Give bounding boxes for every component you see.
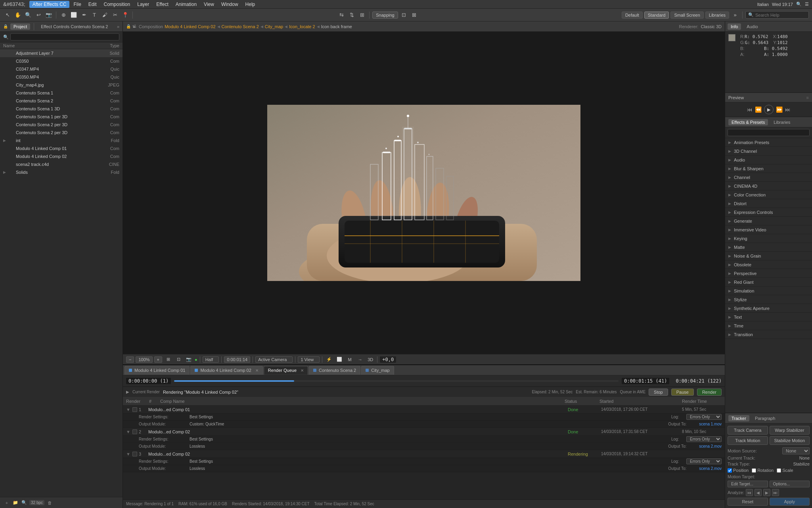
tool-hand[interactable]: ✋ bbox=[13, 11, 22, 19]
menu-item-effect[interactable]: Effect bbox=[153, 1, 171, 8]
vc-grid-icon[interactable]: ⊞ bbox=[164, 355, 172, 364]
rq-expand-1[interactable]: ▼ bbox=[126, 407, 131, 412]
workspace-more[interactable]: » bbox=[731, 11, 739, 19]
list-item[interactable]: City_map4.jpg JPEG bbox=[0, 81, 123, 89]
cr-queue-ame[interactable]: Queue in AME bbox=[620, 390, 645, 394]
tool-paint[interactable]: 🖌 bbox=[100, 11, 109, 19]
effect-red-giant[interactable]: ▶ Red Giant bbox=[725, 278, 812, 287]
rq-item-1[interactable]: ▼ 1 Modulo...ed Comp 01 Done 14/03/2018,… bbox=[123, 406, 725, 414]
rq-checkbox-3[interactable] bbox=[132, 452, 137, 456]
vc-mask[interactable]: M bbox=[345, 355, 354, 364]
list-item[interactable]: ▶ Solids Fold bbox=[0, 168, 123, 176]
footer-new-btn[interactable]: + bbox=[3, 499, 10, 506]
list-item[interactable]: Modulo 4 Linked Comp 01 Com bbox=[0, 144, 123, 152]
stabilize-motion-button[interactable]: Stabilize Motion bbox=[770, 436, 810, 445]
effect-noise-grain[interactable]: ▶ Noise & Grain bbox=[725, 252, 812, 260]
tab-render-queue[interactable]: Render Queue ✕ bbox=[264, 366, 308, 375]
effect-controls-tab[interactable]: Effect Controls Contenuto Scena 2 bbox=[38, 23, 111, 30]
rq-expand-3[interactable]: ▼ bbox=[126, 452, 131, 456]
rq-log-3[interactable]: Errors Only bbox=[686, 458, 722, 464]
tab-close-rq[interactable]: ✕ bbox=[301, 368, 304, 373]
effect-immersive[interactable]: ▶ Immersive Video bbox=[725, 225, 812, 234]
menu-item-edit[interactable]: Edit bbox=[85, 1, 100, 8]
rq-settings-value-3[interactable]: Best Settings bbox=[190, 459, 668, 464]
track-camera-button[interactable]: Track Camera bbox=[728, 426, 768, 435]
tool-align-v[interactable]: ⇅ bbox=[347, 11, 356, 19]
breadcrumb-comp[interactable]: Modulo 4 Linked Comp 02 bbox=[165, 24, 215, 29]
project-tab[interactable]: Project bbox=[10, 23, 30, 30]
effects-search-input[interactable] bbox=[728, 129, 810, 136]
analyze-next-btn[interactable]: ▶ bbox=[763, 489, 770, 496]
rotation-check[interactable]: Rotation bbox=[752, 468, 774, 473]
rq-output-module-3[interactable]: Lossless bbox=[190, 466, 665, 471]
tool-camera[interactable]: 📷 bbox=[44, 11, 53, 19]
vc-camera-icon[interactable]: 📷 bbox=[184, 355, 193, 364]
tool-rotate[interactable]: ↩ bbox=[34, 11, 43, 19]
effect-transition[interactable]: ▶ Transition bbox=[725, 330, 812, 339]
info-tab-info[interactable]: Info bbox=[728, 23, 741, 30]
rq-settings-value-1[interactable]: Best Settings bbox=[190, 415, 668, 419]
list-item[interactable]: scena2 track.c4d CINE bbox=[0, 160, 123, 168]
effect-time[interactable]: ▶ Time bbox=[725, 321, 812, 330]
motion-source-dropdown[interactable]: None bbox=[782, 447, 810, 454]
effects-tab-libraries[interactable]: Libraries bbox=[770, 119, 793, 125]
menu-item-file[interactable]: File bbox=[70, 1, 84, 8]
list-item[interactable]: ▶ int Fold bbox=[0, 137, 123, 144]
breadcrumb-scena[interactable]: Contenuto Scena 2 bbox=[222, 24, 259, 29]
rq-output-to-2[interactable]: scena 2.mov bbox=[699, 444, 722, 448]
workspace-libraries[interactable]: Libraries bbox=[705, 12, 729, 19]
tool-puppet[interactable]: 📍 bbox=[121, 11, 130, 19]
effect-animation-presets[interactable]: ▶ Animation Presets bbox=[725, 138, 812, 147]
effect-simulation[interactable]: ▶ Simulation bbox=[725, 287, 812, 295]
menu-item-animation[interactable]: Animation bbox=[172, 1, 200, 8]
options-button[interactable]: Options... bbox=[770, 481, 810, 487]
effect-synthetic-aperture[interactable]: ▶ Synthetic Aperture bbox=[725, 304, 812, 313]
info-tab-audio[interactable]: Audio bbox=[743, 23, 761, 30]
vc-timecode[interactable]: 0:00:01:14 bbox=[224, 356, 250, 363]
tool-align-h[interactable]: ⇆ bbox=[337, 11, 346, 19]
effect-matte[interactable]: ▶ Matte bbox=[725, 243, 812, 252]
scale-checkbox[interactable] bbox=[777, 468, 781, 473]
effect-stylize[interactable]: ▶ Stylize bbox=[725, 295, 812, 304]
tl-timecode-start[interactable]: 0:00:00:00 (1) bbox=[126, 378, 171, 384]
menu-item-view[interactable]: View bbox=[201, 1, 217, 8]
vc-views-dropdown[interactable]: 1 View bbox=[298, 356, 320, 363]
render-button[interactable]: Render bbox=[697, 389, 722, 396]
tab-close-comp02[interactable]: ✕ bbox=[255, 368, 259, 373]
effect-expression-controls[interactable]: ▶ Expression Controls bbox=[725, 208, 812, 217]
tool-anchor[interactable]: ⊕ bbox=[59, 11, 68, 19]
vc-fast-preview[interactable]: ⚡ bbox=[325, 355, 333, 364]
tracker-tab-tracker[interactable]: Tracker bbox=[728, 415, 749, 421]
panel-arrow[interactable]: » bbox=[117, 24, 119, 29]
list-item[interactable]: Adjustment Layer 7 Solid bbox=[0, 49, 123, 57]
effect-text[interactable]: ▶ Text bbox=[725, 313, 812, 321]
preview-play[interactable]: ▶ bbox=[764, 105, 774, 114]
rq-item-2[interactable]: ▼ 2 Modulo...ed Comp 02 Done 14/03/2018,… bbox=[123, 428, 725, 436]
tool-stamp[interactable]: ✂ bbox=[111, 11, 119, 19]
tool-shape[interactable]: ⬜ bbox=[69, 11, 78, 19]
pause-button[interactable]: Pause bbox=[671, 389, 694, 396]
track-motion-button[interactable]: Track Motion bbox=[728, 436, 768, 445]
effect-cinema4d[interactable]: ▶ CINEMA 4D bbox=[725, 182, 812, 190]
footer-trash-btn[interactable]: 🗑 bbox=[46, 499, 53, 506]
tab-contenuto[interactable]: Contenuto Scena 2 bbox=[309, 366, 360, 375]
project-search-input[interactable] bbox=[10, 33, 119, 40]
effect-color-correction[interactable]: ▶ Color Correction bbox=[725, 190, 812, 199]
rq-checkbox-2[interactable] bbox=[132, 429, 137, 434]
tab-comp02[interactable]: Modulo 4 Linked Comp 02 ✕ bbox=[190, 366, 262, 375]
list-item[interactable]: Contenuto Scena 1 per 3D Com bbox=[0, 113, 123, 121]
position-check[interactable]: Position bbox=[728, 468, 749, 473]
preview-next-frame[interactable]: ⏩ bbox=[776, 106, 783, 113]
workspace-standard[interactable]: Standard bbox=[644, 12, 669, 19]
search-bar[interactable]: 🔍 bbox=[745, 11, 809, 19]
breadcrumb-citymap[interactable]: City_map bbox=[265, 24, 283, 29]
rq-output-module-2[interactable]: Lossless bbox=[190, 444, 665, 448]
footer-folder-btn[interactable]: 📁 bbox=[12, 499, 19, 506]
tool-text[interactable]: T bbox=[90, 11, 99, 19]
effect-blur-sharpen[interactable]: ▶ Blur & Sharpen bbox=[725, 164, 812, 173]
position-checkbox[interactable] bbox=[728, 468, 732, 473]
rotation-checkbox[interactable] bbox=[752, 468, 756, 473]
tab-comp01[interactable]: Modulo 4 Linked Comp 01 bbox=[124, 366, 190, 375]
rq-expand-2[interactable]: ▼ bbox=[126, 429, 131, 434]
stop-button[interactable]: Stop bbox=[649, 389, 668, 396]
